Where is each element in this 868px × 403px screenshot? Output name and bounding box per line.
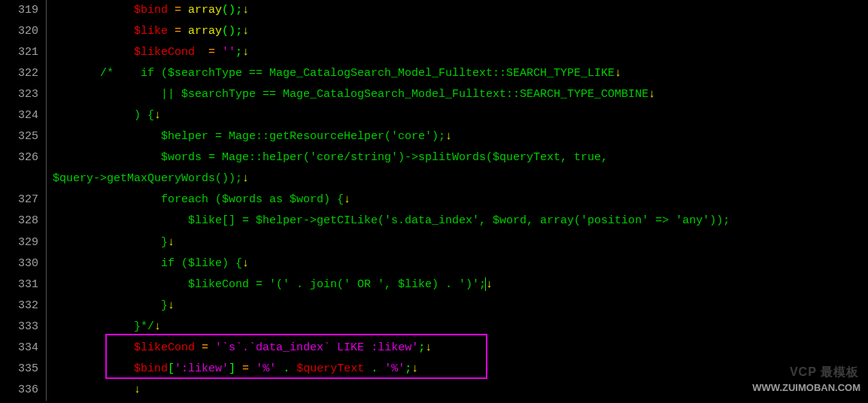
- line-number: 330: [0, 253, 38, 274]
- token-comment: }*/: [53, 320, 154, 333]
- code-line[interactable]: }*/↓: [53, 317, 868, 338]
- token-eol: ↓: [425, 341, 432, 354]
- token-whitespace: [208, 341, 215, 354]
- line-number: 334: [0, 338, 38, 359]
- line-number: [0, 168, 38, 189]
- line-number: 319: [0, 0, 38, 21]
- token-whitespace: [53, 4, 134, 17]
- token-whitespace: [168, 4, 175, 17]
- token-whitespace: [276, 362, 283, 375]
- token-whitespace: [181, 4, 188, 17]
- token-delim: (): [222, 4, 235, 17]
- token-comment: $words = Mage::helper('core/string')->sp…: [53, 151, 615, 164]
- token-comment: if ($like) {: [53, 257, 242, 270]
- token-string: '%': [384, 362, 405, 375]
- code-line[interactable]: $bind = array();↓: [53, 0, 868, 21]
- code-line[interactable]: }↓: [53, 232, 868, 253]
- line-number: 329: [0, 232, 38, 253]
- line-number: 331: [0, 274, 38, 295]
- token-whitespace: [53, 383, 134, 396]
- token-comment: $helper = Mage::getResourceHelper('core'…: [53, 130, 445, 143]
- token-eol: ↓: [242, 25, 249, 38]
- token-eol: ↓: [154, 109, 161, 122]
- token-delim: [: [168, 362, 175, 375]
- line-number: 335: [0, 359, 38, 380]
- code-line[interactable]: ↓: [53, 380, 868, 401]
- token-whitespace: [249, 362, 256, 375]
- token-eol: ↓: [648, 88, 655, 101]
- line-number: 322: [0, 63, 38, 84]
- code-line[interactable]: $likeCond = '`s`.`data_index` LIKE :like…: [53, 338, 868, 359]
- code-line[interactable]: }↓: [53, 295, 868, 317]
- code-line[interactable]: $bind[':likew'] = '%' . $queryText . '%'…: [53, 359, 868, 380]
- code-line[interactable]: $likeCond = '(' . join(' OR ', $like) . …: [53, 274, 868, 295]
- code-area[interactable]: $bind = array();↓ $like = array();↓ $lik…: [47, 0, 868, 401]
- token-func: array: [188, 4, 222, 17]
- token-delim: ;: [235, 25, 242, 38]
- token-whitespace: [53, 341, 134, 354]
- code-line[interactable]: $query->getMaxQueryWords());↓: [53, 168, 868, 189]
- code-line[interactable]: /* if ($searchType == Mage_CatalogSearch…: [53, 63, 868, 84]
- line-number: 320: [0, 21, 38, 42]
- code-line[interactable]: if ($like) {↓: [53, 253, 868, 274]
- code-line[interactable]: || $searchType == Mage_CatalogSearch_Mod…: [53, 84, 868, 105]
- line-number: 325: [0, 126, 38, 147]
- line-number: 323: [0, 84, 38, 105]
- token-whitespace: [290, 362, 296, 375]
- token-comment: /* if ($searchType == Mage_CatalogSearch…: [53, 67, 615, 80]
- code-line[interactable]: $likeCond = '';↓: [53, 42, 868, 63]
- token-eol: ↓: [154, 320, 161, 333]
- token-comment: $likeCond = '(' . join(' OR ', $like) . …: [53, 278, 486, 291]
- token-comment: $like[] = $helper->getCILike('s.data_ind…: [53, 214, 730, 227]
- token-eol: ↓: [486, 278, 493, 291]
- code-line[interactable]: foreach ($words as $word) {↓: [53, 189, 868, 211]
- token-whitespace: [53, 25, 134, 38]
- token-whitespace: [53, 46, 134, 59]
- token-comment: || $searchType == Mage_CatalogSearch_Mod…: [53, 88, 648, 101]
- line-number: 333: [0, 317, 38, 338]
- token-comment: $query->getMaxQueryWords());: [53, 172, 242, 185]
- token-whitespace: [181, 25, 188, 38]
- token-delim: ;: [235, 46, 242, 59]
- token-var: $queryText: [296, 362, 364, 375]
- token-string: '%': [256, 362, 276, 375]
- token-assign: =: [175, 4, 181, 17]
- token-whitespace: [235, 362, 242, 375]
- token-whitespace: [195, 341, 202, 354]
- token-delim: ;: [405, 362, 411, 375]
- token-eol: ↓: [168, 236, 175, 249]
- code-line[interactable]: $like = array();↓: [53, 21, 868, 42]
- token-eol: ↓: [445, 130, 452, 143]
- token-string: ':likew': [175, 362, 229, 375]
- token-assign: =: [175, 25, 181, 38]
- token-eol: ↓: [134, 383, 141, 396]
- token-whitespace: [53, 362, 134, 375]
- code-line[interactable]: $words = Mage::helper('core/string')->sp…: [53, 147, 868, 168]
- token-func: array: [188, 25, 222, 38]
- token-assign: =: [208, 46, 215, 59]
- token-whitespace: [215, 46, 222, 59]
- line-number: 327: [0, 189, 38, 211]
- token-delim: ;: [235, 4, 242, 17]
- code-editor[interactable]: 319320321322323324325326 327328329330331…: [0, 0, 868, 401]
- token-whitespace: [378, 362, 384, 375]
- code-line[interactable]: $helper = Mage::getResourceHelper('core'…: [53, 126, 868, 147]
- token-assign: =: [242, 362, 249, 375]
- token-eol: ↓: [242, 46, 249, 59]
- token-eol: ↓: [168, 299, 175, 312]
- token-var: $likeCond: [134, 341, 195, 354]
- token-var: $likeCond: [134, 46, 195, 59]
- line-number: 328: [0, 211, 38, 232]
- token-var: $bind: [134, 4, 168, 17]
- token-comment: }: [53, 299, 168, 312]
- token-eol: ↓: [242, 4, 249, 17]
- line-number: 332: [0, 295, 38, 317]
- code-line[interactable]: ) {↓: [53, 105, 868, 126]
- token-whitespace: [195, 46, 208, 59]
- line-number: 336: [0, 380, 38, 401]
- token-delim: ;: [418, 341, 425, 354]
- token-whitespace: [168, 25, 175, 38]
- token-whitespace: [364, 362, 371, 375]
- code-line[interactable]: $like[] = $helper->getCILike('s.data_ind…: [53, 211, 868, 232]
- token-assign: =: [202, 341, 208, 354]
